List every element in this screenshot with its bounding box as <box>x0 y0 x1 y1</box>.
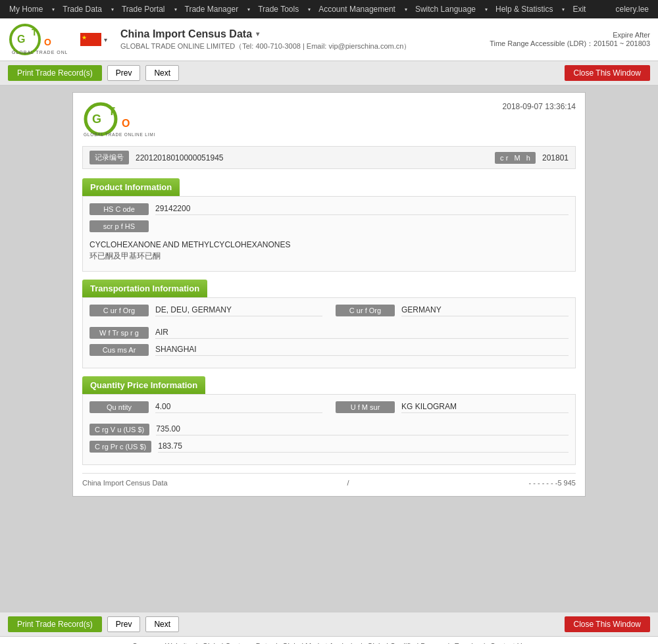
logo-area: G T O GLOBAL TRADE ONLINE LIMITED <box>8 22 67 57</box>
cargo-price-label: C rg Pr c (US $) <box>89 441 151 453</box>
country-label2: C ur f Org <box>336 305 395 316</box>
site-contact: GLOBAL TRADE ONLINE LIMITED（Tel: 400-710… <box>120 41 411 51</box>
country-row2: C ur f Org GERMANY <box>336 305 569 316</box>
nav-my-home[interactable]: My Home ▾ <box>5 5 59 14</box>
footer-right: - - - - - - -5 945 <box>528 479 576 487</box>
sub-header: G T O GLOBAL TRADE ONLINE LIMITED ▾ Chin… <box>0 18 658 61</box>
site-footer: Company Website | Global Customs Data | … <box>0 636 658 644</box>
expire-label: Expire After <box>490 31 650 39</box>
country-origin-value: DE, DEU, GERMANY <box>155 305 322 316</box>
card-footer: China Import Census Data / - - - - - - -… <box>82 473 576 487</box>
site-title-area: China Import Census Data ▾ GLOBAL TRADE … <box>120 28 411 51</box>
cargo-value-row: C rg V u (US $) 735.00 <box>89 424 569 435</box>
way-of-transport-row: W f Tr sp r g AIR <box>89 327 569 339</box>
qty-value: 4.00 <box>155 402 322 413</box>
timestamp: 2018-09-07 13:36:14 <box>503 102 576 111</box>
month-badge: c r M h <box>495 152 536 164</box>
china-flag <box>80 33 101 46</box>
nav-trade-data[interactable]: Trade Data ▾ <box>59 5 118 14</box>
record-id-value: 22012018010000051945 <box>136 153 488 162</box>
flag-area: ▾ <box>80 33 107 46</box>
chevron-down-icon: ▾ <box>558 7 569 12</box>
gto-logo: G T O GLOBAL TRADE ONLINE LIMITED <box>8 22 67 57</box>
record-card: G T O GLOBAL TRADE ONLINE LIMITED 2018-0… <box>72 92 586 497</box>
hs-code-label: HS C ode <box>89 203 149 215</box>
product-section-header: Product Information <box>82 178 180 196</box>
record-id-row: 记录编号 22012018010000051945 c r M h 201801 <box>82 146 576 169</box>
unit-row: U f M sur KG KILOGRAM <box>336 401 569 413</box>
svg-text:T: T <box>109 106 115 117</box>
desc-en: CYCLOHEXANONE AND METHYLCYCLOHEXANONES <box>89 237 569 249</box>
chevron-down-icon: ▾ <box>107 7 118 12</box>
next-button-bottom[interactable]: Next <box>145 616 179 632</box>
chevron-down-icon: ▾ <box>243 7 254 12</box>
desc-label: scr p f HS <box>89 220 149 232</box>
unit-label: U f M sur <box>336 401 395 413</box>
quantity-section-body: Qu ntity 4.00 U f M sur KG KILOGRAM C rg… <box>82 394 576 465</box>
nav-account-management[interactable]: Account Management ▾ <box>315 5 411 14</box>
quantity-section-header: Quantity Price Information <box>82 376 205 394</box>
hs-code-value: 29142200 <box>155 204 569 215</box>
record-id-label: 记录编号 <box>89 151 129 164</box>
svg-text:O: O <box>122 118 130 129</box>
svg-text:G: G <box>92 112 101 126</box>
customs-value: SHANGHAI <box>155 345 569 356</box>
user-label: celery.lee <box>612 0 653 18</box>
title-dropdown-icon[interactable]: ▾ <box>256 30 259 37</box>
next-button-top[interactable]: Next <box>145 65 179 81</box>
card-header: G T O GLOBAL TRADE ONLINE LIMITED 2018-0… <box>82 102 576 138</box>
customs-label: Cus ms Ar <box>89 344 149 356</box>
country-value2: GERMANY <box>401 305 569 316</box>
product-section: Product Information HS C ode 29142200 sc… <box>82 178 576 272</box>
ldr-label: Time Range Accessible (LDR)：201501 ~ 201… <box>490 39 650 49</box>
nav-trade-tools[interactable]: Trade Tools ▾ <box>254 5 315 14</box>
nav-trade-manager[interactable]: Trade Manager ▾ <box>181 5 255 14</box>
nav-exit[interactable]: Exit <box>569 5 590 14</box>
svg-text:O: O <box>44 37 51 47</box>
svg-text:T: T <box>32 27 38 37</box>
quantity-section: Quantity Price Information Qu ntity 4.00… <box>82 376 576 465</box>
print-button-top[interactable]: Print Trade Record(s) <box>8 65 102 81</box>
svg-text:GLOBAL TRADE ONLINE LIMITED: GLOBAL TRADE ONLINE LIMITED <box>84 132 155 137</box>
qty-row: Qu ntity 4.00 <box>89 401 322 413</box>
chevron-down-icon: ▾ <box>304 7 315 12</box>
country-origin-label: C ur f Org <box>89 305 149 316</box>
print-button-bottom[interactable]: Print Trade Record(s) <box>8 616 102 632</box>
transport-section: Transportation Information C ur f Org DE… <box>82 280 576 368</box>
top-navigation: My Home ▾ Trade Data ▾ Trade Portal ▾ Tr… <box>0 0 658 18</box>
footer-middle: / <box>347 479 349 487</box>
site-title-text: China Import Census Data <box>120 28 252 40</box>
close-button-top[interactable]: Close This Window <box>565 65 650 81</box>
card-gto-logo: G T O GLOBAL TRADE ONLINE LIMITED <box>82 102 155 138</box>
main-content: G T O GLOBAL TRADE ONLINE LIMITED 2018-0… <box>0 86 658 612</box>
hs-code-row: HS C ode 29142200 <box>89 203 569 215</box>
cargo-value-label: C rg V u (US $) <box>89 424 149 435</box>
nav-trade-portal[interactable]: Trade Portal ▾ <box>118 5 181 14</box>
nav-switch-language[interactable]: Switch Language ▾ <box>411 5 492 14</box>
flag-dropdown[interactable]: ▾ <box>104 36 107 43</box>
svg-text:GLOBAL TRADE ONLINE LIMITED: GLOBAL TRADE ONLINE LIMITED <box>12 50 67 55</box>
cargo-price: 183.75 <box>158 441 569 453</box>
top-action-bar: Print Trade Record(s) Prev Next Close Th… <box>0 61 658 86</box>
prev-button-top[interactable]: Prev <box>107 65 141 81</box>
chevron-down-icon: ▾ <box>401 7 411 12</box>
unit-value: KG KILOGRAM <box>401 402 569 413</box>
country-origin-row: C ur f Org DE, DEU, GERMANY <box>89 305 322 316</box>
desc-label-row: scr p f HS <box>89 220 569 232</box>
qty-label: Qu ntity <box>89 401 149 413</box>
svg-text:G: G <box>17 34 25 45</box>
close-button-bottom[interactable]: Close This Window <box>565 616 650 632</box>
way-label: W f Tr sp r g <box>89 327 149 339</box>
transport-section-body: C ur f Org DE, DEU, GERMANY C ur f Org G… <box>82 297 576 368</box>
month-value: 201801 <box>542 153 569 162</box>
way-value: AIR <box>155 328 569 339</box>
cargo-value: 735.00 <box>156 424 569 435</box>
customs-area-row: Cus ms Ar SHANGHAI <box>89 344 569 356</box>
bottom-action-bar: Print Trade Record(s) Prev Next Close Th… <box>0 612 658 636</box>
nav-help-statistics[interactable]: Help & Statistics ▾ <box>492 5 569 14</box>
prev-button-bottom[interactable]: Prev <box>107 616 141 632</box>
chevron-down-icon: ▾ <box>170 7 181 12</box>
chevron-down-icon: ▾ <box>48 7 59 12</box>
transport-section-header: Transportation Information <box>82 280 207 297</box>
cargo-price-row: C rg Pr c (US $) 183.75 <box>89 441 569 453</box>
